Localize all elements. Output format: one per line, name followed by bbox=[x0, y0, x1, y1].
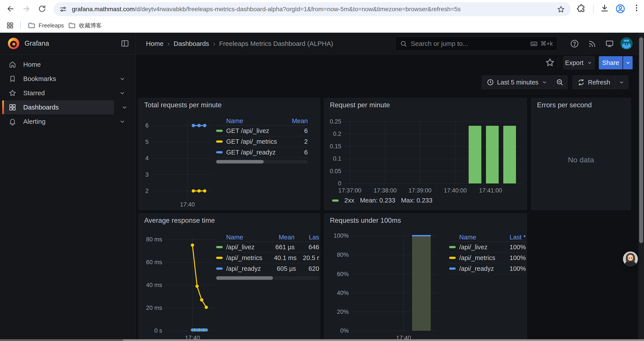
sidebar-item-label: Starred bbox=[23, 89, 45, 97]
dashboard-star-button[interactable] bbox=[545, 58, 555, 68]
time-range-picker[interactable]: Last 5 minutes bbox=[482, 76, 552, 89]
legend-row[interactable]: /api/_metrics 40.1 ms 20.5 r bbox=[216, 253, 319, 263]
legend-row[interactable]: /api/_livez 661 µs 646 bbox=[216, 242, 319, 253]
legend-row[interactable]: GET /api/_metrics 2 bbox=[216, 136, 308, 147]
page-scrollbar-thumb[interactable] bbox=[639, 37, 643, 243]
horizontal-scrollbar[interactable] bbox=[0, 339, 644, 341]
series-swatch bbox=[216, 130, 223, 132]
legend-scrollbar-thumb[interactable] bbox=[216, 160, 264, 163]
legend-row[interactable]: /api/_metrics 100% bbox=[449, 253, 526, 263]
refresh-label: Refresh bbox=[588, 79, 610, 86]
sidebar-item-bookmarks[interactable]: Bookmarks bbox=[0, 72, 136, 86]
series-name[interactable]: /api/_livez bbox=[226, 244, 254, 251]
series-swatch bbox=[216, 246, 223, 248]
series-name[interactable]: /api/_readyz bbox=[226, 265, 261, 272]
sidebar-item-label: Home bbox=[23, 61, 41, 68]
series-name[interactable]: GET /api/_metrics bbox=[226, 138, 277, 145]
extensions-button[interactable] bbox=[576, 4, 586, 13]
zoom-out-button[interactable] bbox=[552, 76, 568, 89]
legend-row[interactable]: /api/_readyz 605 µs 620 bbox=[216, 263, 319, 274]
toolbar-divider bbox=[593, 5, 594, 14]
legend-scrollbar[interactable] bbox=[216, 160, 308, 163]
legend-table: Name Mean GET /api/_livez 6 GET /api/_me… bbox=[216, 117, 318, 163]
sidebar-toggle-button[interactable] bbox=[120, 39, 129, 48]
clock-icon bbox=[486, 79, 494, 86]
folder-icon bbox=[68, 22, 76, 30]
svg-text:20%: 20% bbox=[337, 308, 349, 315]
series-mean: 2 bbox=[304, 138, 308, 145]
series-name[interactable]: /api/_metrics bbox=[459, 254, 495, 261]
kiosk-mode-button[interactable] bbox=[604, 38, 615, 49]
sidebar-item-home[interactable]: Home bbox=[0, 58, 136, 72]
browser-reload-button[interactable] bbox=[36, 3, 48, 15]
rss-icon bbox=[588, 39, 596, 48]
legend-row[interactable]: /api/_livez 100% bbox=[449, 242, 526, 253]
legend-header-name[interactable]: Name bbox=[459, 234, 476, 241]
help-button[interactable] bbox=[569, 38, 580, 49]
url-bar[interactable]: grafana.mathmast.com/d/deytv4rwavabkb/fr… bbox=[54, 2, 571, 16]
breadcrumb-dashboards[interactable]: Dashboards bbox=[174, 40, 209, 47]
toolbar-divider bbox=[558, 58, 558, 68]
bookmark-folder-freeleaps[interactable]: Freeleaps bbox=[24, 20, 67, 31]
bookmark-star-button[interactable] bbox=[557, 5, 565, 14]
bookmark-folder-label: Freeleaps bbox=[38, 22, 64, 29]
bookmark-folder-blogs[interactable]: 收藏博客 bbox=[65, 20, 105, 31]
legend-header-mean[interactable]: Mean bbox=[257, 234, 294, 241]
legend-header-mean[interactable]: Mean bbox=[292, 117, 308, 125]
url-domain: grafana.mathmast.com bbox=[72, 6, 134, 13]
downloads-button[interactable] bbox=[600, 4, 609, 13]
series-name[interactable]: GET /api/_livez bbox=[226, 127, 269, 135]
panel-title[interactable]: Errors per second bbox=[537, 101, 592, 109]
apps-button[interactable] bbox=[3, 20, 17, 31]
series-swatch bbox=[216, 267, 223, 270]
series-swatch bbox=[216, 140, 223, 143]
series-name[interactable]: GET /api/_readyz bbox=[226, 149, 276, 156]
refresh-interval-dropdown[interactable] bbox=[615, 76, 628, 89]
share-button[interactable]: Share bbox=[599, 56, 622, 69]
avatar-face bbox=[628, 255, 633, 261]
zoom-out-icon bbox=[556, 78, 564, 86]
legend-header-last[interactable]: Las bbox=[294, 234, 319, 241]
svg-text:0: 0 bbox=[338, 180, 341, 187]
series-name[interactable]: /api/_readyz bbox=[459, 265, 494, 272]
share-dropdown-button[interactable] bbox=[623, 56, 632, 69]
profile-icon bbox=[615, 4, 626, 14]
series-name[interactable]: /api/_metrics bbox=[226, 254, 262, 261]
browser-forward-button[interactable] bbox=[20, 3, 32, 15]
series-name[interactable]: 2xx bbox=[344, 197, 354, 204]
bookmarks-divider bbox=[20, 22, 21, 30]
browser-back-button[interactable] bbox=[4, 3, 17, 15]
sidebar-item-dashboards[interactable]: Dashboards bbox=[2, 100, 114, 114]
user-avatar[interactable] bbox=[620, 37, 632, 50]
grafana-logo[interactable] bbox=[8, 38, 19, 49]
breadcrumb-home[interactable]: Home bbox=[146, 40, 164, 47]
series-last: 100% bbox=[510, 244, 526, 251]
svg-text:17:41:00: 17:41:00 bbox=[479, 187, 502, 194]
news-rss-button[interactable] bbox=[586, 38, 598, 49]
legend-scrollbar-thumb[interactable] bbox=[216, 276, 273, 280]
refresh-button[interactable]: Refresh bbox=[572, 76, 615, 89]
sidebar-item-starred[interactable]: Starred bbox=[0, 86, 136, 100]
search-input[interactable]: Search or jump to... ⌘+k bbox=[395, 37, 558, 51]
legend-header-last[interactable]: Last * bbox=[510, 234, 526, 241]
legend-scrollbar[interactable] bbox=[216, 276, 319, 280]
export-button[interactable]: Export bbox=[563, 56, 594, 69]
assistant-avatar-button[interactable] bbox=[623, 251, 638, 266]
grafana-brand-label[interactable]: Grafana bbox=[24, 40, 49, 47]
legend-row[interactable]: /api/_readyz 100% bbox=[449, 263, 526, 274]
browser-menu-button[interactable] bbox=[632, 4, 641, 12]
legend-row[interactable]: GET /api/_readyz 6 bbox=[216, 147, 308, 158]
bell-icon bbox=[8, 117, 17, 126]
profile-button[interactable] bbox=[615, 4, 626, 14]
sidebar-item-alerting[interactable]: Alerting bbox=[0, 115, 136, 129]
series-mean: Mean: 0.233 bbox=[360, 197, 395, 204]
chevron-down-icon bbox=[542, 79, 548, 85]
legend-header-name[interactable]: Name bbox=[226, 234, 243, 241]
legend-row[interactable]: GET /api/_livez 6 bbox=[216, 126, 308, 136]
forward-icon bbox=[22, 5, 31, 13]
series-mean: 6 bbox=[304, 127, 308, 135]
keyboard-icon bbox=[530, 40, 538, 48]
legend-header-name[interactable]: Name bbox=[226, 117, 243, 125]
series-name[interactable]: /api/_livez bbox=[459, 244, 488, 251]
svg-text:17:40: 17:40 bbox=[180, 201, 195, 208]
